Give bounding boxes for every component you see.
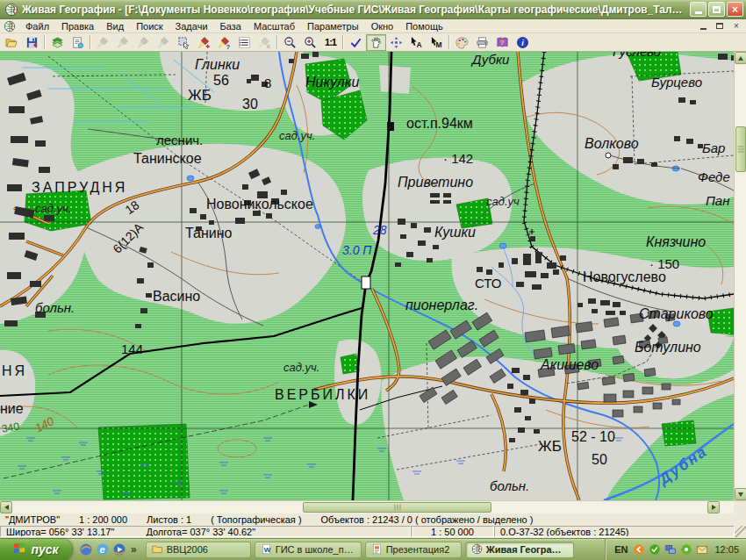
word-doc-icon: W (261, 543, 272, 556)
menu-правка[interactable]: Правка (55, 20, 100, 32)
quick-launch-bar: e » (72, 542, 144, 556)
app-globe-icon (471, 543, 483, 556)
menu-задачи[interactable]: Задачи (169, 20, 214, 32)
select-title-icon (154, 34, 174, 51)
horizontal-scroll-thumb[interactable] (303, 502, 491, 513)
menu-bar: ФайлПравкаВидПоискЗадачиБазаМасштабПарам… (0, 19, 746, 33)
svg-text:?: ? (500, 39, 505, 47)
svg-text:i: i (521, 39, 524, 47)
taskbar-window-4[interactable]: Живая География (465, 542, 574, 558)
toolbar-separator (342, 35, 344, 49)
app-globe-icon (4, 3, 18, 17)
close-button[interactable]: × (727, 2, 743, 17)
scroll-down-button[interactable] (735, 488, 746, 500)
layers-icon[interactable] (47, 34, 68, 51)
select-line-icon (113, 34, 133, 51)
map-name: "ДМИТРОВ" (5, 514, 60, 525)
window-title: Живая География - [F:\Документы Новенко\… (22, 4, 688, 16)
menu-масштаб[interactable]: Масштаб (247, 20, 301, 32)
media-player-icon[interactable] (112, 542, 126, 556)
svg-text:A: A (417, 40, 422, 49)
svg-text:?: ? (226, 42, 231, 48)
zoom-1-1-icon[interactable]: 1:1 (320, 34, 341, 51)
horizontal-scrollbar[interactable] (0, 501, 734, 513)
coordinates-panel: Широта= 056° 33' 13.17" Долгота= 037° 33… (0, 526, 411, 537)
palette-icon[interactable] (452, 34, 472, 51)
select-object-a-icon[interactable]: A (406, 34, 427, 51)
clear-selection-icon (255, 34, 275, 51)
menu-окно[interactable]: Окно (365, 20, 400, 32)
object-list-icon[interactable] (234, 34, 255, 51)
longitude-value: Долгота= 037° 33' 40.62" (146, 527, 255, 537)
legend-list-icon[interactable] (68, 34, 88, 51)
minimize-button[interactable] (690, 2, 707, 17)
zoom-in-icon[interactable] (300, 34, 320, 51)
search-query-icon[interactable]: ? (214, 34, 234, 51)
latitude-value: Широта= 056° 33' 13.17" (6, 527, 114, 537)
horizontal-scrollbar-row (0, 500, 746, 513)
clock[interactable]: 12:05 (714, 544, 739, 555)
application-window: Живая География - [F:\Документы Новенко\… (0, 0, 746, 560)
select-rect-icon[interactable] (174, 34, 194, 51)
ie-icon[interactable]: e (96, 542, 110, 556)
taskbar-window-3[interactable]: Презентация2 (365, 542, 462, 558)
map-canvas (0, 52, 734, 500)
menu-файл[interactable]: Файл (19, 20, 55, 32)
folder-icon (152, 543, 163, 556)
rail-halt-symbol (387, 122, 394, 131)
mdi-close-button[interactable]: × (730, 21, 742, 32)
svg-text:W: W (263, 545, 270, 553)
status-bar-map-info: "ДМИТРОВ" 1 : 200 000 Листов : 1 ( Топог… (0, 513, 746, 526)
resize-grip[interactable] (735, 526, 746, 537)
scrollbar-corner (734, 501, 746, 513)
chevron-more-icon[interactable]: » (129, 543, 139, 556)
start-button[interactable]: пуск (0, 539, 72, 560)
mdi-restore-button[interactable] (714, 21, 726, 32)
menu-поиск[interactable]: Поиск (130, 20, 169, 32)
taskbar-window-2[interactable]: WГИС в школе_полна... (255, 542, 362, 558)
print-icon[interactable] (472, 34, 492, 51)
task-window-label: ВВЦ2006 (167, 544, 208, 555)
menu-параметры[interactable]: Параметры (301, 20, 365, 32)
pan-hand-icon[interactable] (366, 34, 386, 51)
map-type: ( Топографическая ) (211, 514, 301, 525)
toolbar-separator (276, 35, 278, 49)
about-icon[interactable]: i (513, 34, 533, 51)
map-viewport[interactable]: Глинки568ЖБ30НикулкиДубкиГуслевоБурцевол… (0, 52, 734, 500)
taskbar-window-1[interactable]: ВВЦ2006 (146, 542, 251, 558)
zoom-out-icon[interactable] (280, 34, 300, 51)
toolbar-separator (44, 35, 46, 49)
maximize-button[interactable] (708, 2, 725, 17)
tray-chevron-icon[interactable] (633, 543, 645, 556)
help-book-icon[interactable]: ? (492, 34, 513, 51)
messenger-flower-icon[interactable] (680, 543, 692, 556)
menu-база[interactable]: База (214, 20, 247, 32)
select-object-m-icon[interactable]: M (427, 34, 447, 51)
mdi-minimize-button[interactable] (697, 21, 709, 32)
scroll-right-button[interactable] (707, 501, 720, 513)
network-icon[interactable] (664, 543, 677, 556)
select-area-icon (133, 34, 154, 51)
open-map-icon[interactable] (2, 34, 22, 51)
scroll-left-button[interactable] (0, 501, 12, 513)
language-indicator[interactable]: EN (614, 544, 628, 555)
mail-icon[interactable] (696, 543, 708, 556)
scroll-up-button[interactable] (735, 52, 746, 64)
sheet-panel: 0.O-37-32 (объектов : 21245) (494, 526, 735, 537)
vertical-scrollbar[interactable] (734, 52, 746, 500)
menu-вид[interactable]: Вид (100, 20, 130, 32)
vertical-scroll-thumb[interactable] (735, 126, 746, 172)
sheet-nomenclature: 0.O-37-32 (объектов : 21245) (500, 527, 629, 537)
title-bar[interactable]: Живая География - [F:\Документы Новенко\… (0, 0, 746, 19)
browser-icon[interactable] (79, 542, 93, 556)
village-circle-symbol (606, 153, 611, 158)
svg-text:e: e (100, 544, 105, 555)
confirm-icon[interactable] (346, 34, 366, 51)
document-icon (4, 20, 16, 32)
presentation-icon (371, 543, 383, 556)
antivirus-icon[interactable] (649, 543, 661, 556)
save-map-icon[interactable] (22, 34, 42, 51)
search-add-icon[interactable] (194, 34, 214, 51)
menu-помощь[interactable]: Помощь (399, 20, 449, 32)
move-fragment-icon[interactable] (386, 34, 406, 51)
